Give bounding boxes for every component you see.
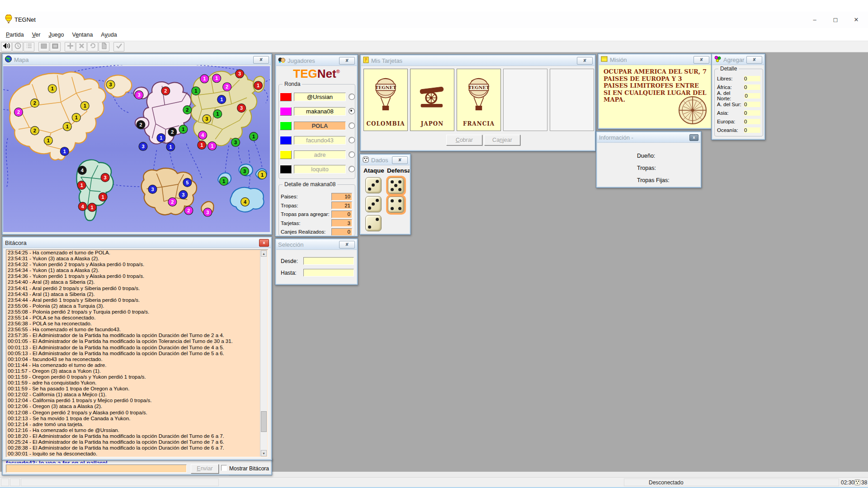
country-troops-marker[interactable]: 1	[212, 74, 221, 83]
country-troops-marker[interactable]: 1	[44, 136, 52, 145]
country-troops-marker[interactable]: 1	[192, 87, 200, 95]
country-troops-marker[interactable]: 1	[166, 143, 175, 151]
desde-input[interactable]	[303, 257, 354, 265]
seleccion-title-bar[interactable]: Selección ✘	[276, 239, 357, 250]
country-troops-marker[interactable]: 2	[183, 106, 192, 114]
show-window-a-button[interactable]	[38, 42, 49, 52]
regroup-button[interactable]	[87, 42, 98, 52]
mision-close-icon[interactable]: ✘	[693, 56, 709, 64]
attack-button[interactable]	[76, 42, 87, 52]
dados-close-icon[interactable]: ✘	[392, 156, 408, 164]
country-troops-marker[interactable]: 5	[183, 178, 192, 187]
bitacora-title-bar[interactable]: Bitácora x	[3, 238, 271, 248]
country-troops-marker[interactable]: 3	[203, 208, 212, 216]
country-troops-marker[interactable]: 4	[198, 131, 207, 140]
map-canvas[interactable]: 1221112113322212131113211131341131431141…	[3, 65, 271, 234]
menu-item-ayuda[interactable]: Ayuda	[97, 30, 121, 39]
country-troops-marker[interactable]: 1	[60, 147, 69, 156]
chat-input[interactable]	[6, 465, 187, 473]
country-card[interactable]: TEGNETCOLOMBIA	[363, 69, 408, 131]
menu-item-ver[interactable]: Ver	[28, 30, 45, 39]
country-troops-marker[interactable]: 1	[80, 102, 89, 110]
connect-button[interactable]	[1, 42, 12, 52]
player-radio[interactable]	[349, 137, 355, 143]
country-troops-marker[interactable]: 1	[200, 75, 209, 83]
tarjetas-title-bar[interactable]: Mis Tarjetas ✘	[361, 56, 594, 66]
log-scrollbar[interactable]: ▲ ▼	[260, 250, 267, 456]
world-map[interactable]: 1221112113322212131113211131341131431141…	[3, 65, 270, 233]
seleccion-close-icon[interactable]: ✘	[339, 241, 355, 249]
menu-item-partida[interactable]: Partida	[2, 30, 28, 39]
player-name-box[interactable]: adre	[294, 150, 346, 159]
country-troops-marker[interactable]: 4	[78, 166, 86, 174]
country-troops-marker[interactable]: 3	[203, 115, 211, 123]
enviar-button[interactable]: Enviar	[191, 464, 219, 474]
cobrar-button[interactable]: Cobrar	[446, 135, 482, 145]
country-troops-marker[interactable]: 2	[137, 121, 145, 129]
country-troops-marker[interactable]: 4	[241, 197, 250, 206]
mapa-close-icon[interactable]: ✘	[253, 56, 269, 64]
country-troops-marker[interactable]: 1	[179, 125, 188, 134]
maximize-button[interactable]: ◻	[825, 12, 846, 27]
jugadores-title-bar[interactable]: Jugadores ✘	[276, 56, 357, 66]
country-troops-marker[interactable]: 3	[231, 138, 240, 147]
country-troops-marker[interactable]: 3	[135, 91, 143, 99]
country-card[interactable]: JAPON	[410, 69, 454, 131]
country-troops-marker[interactable]: 1	[208, 142, 217, 150]
game-log[interactable]: 23:54:25 - Ha comenzado el turno de POLA…	[6, 249, 268, 457]
scroll-down-icon[interactable]: ▼	[261, 450, 267, 456]
agregar-close-icon[interactable]: ✘	[746, 56, 762, 64]
country-troops-marker[interactable]: 1	[88, 203, 96, 211]
player-name-box[interactable]: makana08	[294, 107, 346, 116]
country-troops-marker[interactable]: 3	[101, 173, 109, 182]
country-troops-marker[interactable]: 2	[223, 83, 231, 91]
minimize-button[interactable]: –	[804, 12, 825, 27]
options-button[interactable]	[12, 42, 23, 52]
country-troops-marker[interactable]: 1	[217, 95, 226, 104]
country-troops-marker[interactable]: 3	[241, 167, 249, 175]
country-card[interactable]: TEGNETFRANCIA	[457, 69, 501, 131]
country-troops-marker[interactable]: 2	[184, 206, 193, 215]
menu-item-juego[interactable]: Juego	[44, 30, 68, 39]
mapa-title-bar[interactable]: Mapa ✘	[3, 55, 271, 65]
country-troops-marker[interactable]: 1	[72, 113, 80, 122]
player-radio[interactable]	[349, 108, 355, 114]
country-troops-marker[interactable]: 1	[250, 132, 258, 141]
player-name-box[interactable]: POLA	[294, 122, 346, 130]
country-troops-marker[interactable]: 2	[14, 108, 23, 117]
scrollbar-thumb[interactable]	[261, 411, 267, 432]
player-radio[interactable]	[349, 122, 355, 129]
informacion-title-bar[interactable]: Información - x	[597, 132, 700, 143]
country-troops-marker[interactable]: 1	[48, 84, 57, 93]
title-bar[interactable]: TEGNet – ◻ ✕	[0, 12, 868, 28]
country-troops-marker[interactable]: 1	[213, 110, 222, 118]
jugadores-close-icon[interactable]: ✘	[339, 57, 355, 65]
bitacora-close-icon[interactable]: x	[259, 239, 269, 247]
country-troops-marker[interactable]: 2	[161, 87, 170, 95]
country-troops-marker[interactable]: 1	[99, 192, 107, 201]
country-troops-marker[interactable]: 2	[30, 127, 39, 135]
tarjetas-close-icon[interactable]: ✘	[577, 57, 593, 65]
dados-title-bar[interactable]: Dados ✘	[361, 155, 410, 165]
country-troops-marker[interactable]: 3	[237, 104, 246, 113]
player-name-box[interactable]: @Urssian	[294, 93, 346, 101]
country-troops-marker[interactable]: 1	[198, 141, 206, 150]
country-troops-marker[interactable]: 3	[179, 190, 188, 199]
country-troops-marker[interactable]: 1	[258, 170, 267, 179]
country-troops-marker[interactable]: 3	[139, 142, 147, 151]
end-turn-button[interactable]	[113, 42, 124, 52]
country-troops-marker[interactable]: 1	[220, 177, 228, 185]
country-troops-marker[interactable]: 2	[168, 197, 177, 206]
country-troops-marker[interactable]: 1	[254, 81, 263, 90]
country-troops-marker[interactable]: 1	[63, 122, 71, 131]
close-button[interactable]: ✕	[846, 12, 867, 27]
canjear-button[interactable]: Canjear	[484, 135, 520, 145]
hasta-input[interactable]	[303, 269, 354, 277]
menu-item-ventana[interactable]: Ventana	[68, 30, 97, 39]
player-name-box[interactable]: loquito	[294, 165, 346, 174]
player-radio[interactable]	[349, 94, 355, 100]
country-troops-marker[interactable]: 4	[78, 202, 87, 211]
country-troops-marker[interactable]: 2	[168, 128, 177, 136]
player-name-box[interactable]: facundo43	[294, 136, 346, 145]
country-troops-marker[interactable]: 3	[106, 80, 115, 89]
